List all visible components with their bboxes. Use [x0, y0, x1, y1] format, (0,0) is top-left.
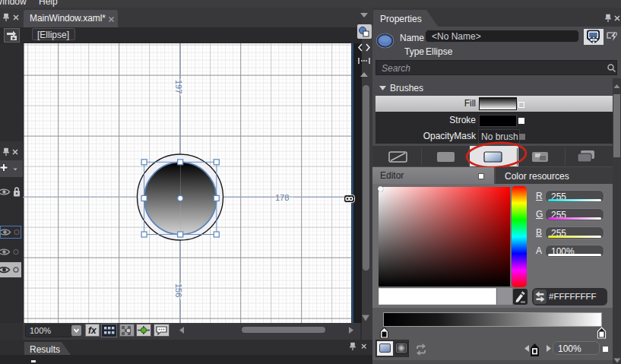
svg-text:156: 156: [174, 283, 183, 297]
svg-text:178: 178: [275, 193, 289, 202]
svg-text:197: 197: [174, 80, 183, 93]
